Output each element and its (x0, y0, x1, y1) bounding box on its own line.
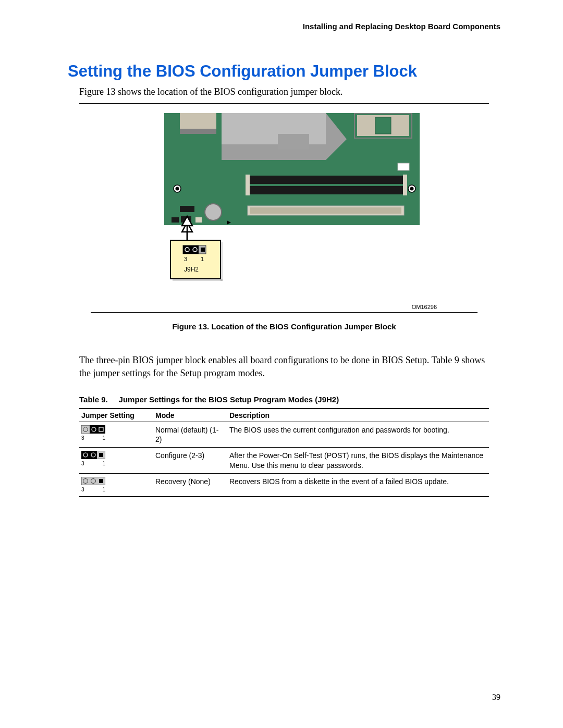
jumper-icon-recovery (81, 477, 105, 485)
svg-point-34 (193, 248, 197, 252)
mode-recovery: Recovery (None) (153, 473, 227, 497)
svg-rect-15 (248, 176, 404, 184)
svg-rect-35 (201, 248, 205, 252)
body-paragraph: The three-pin BIOS jumper block enables … (79, 354, 489, 379)
col-header-jumper: Jumper Setting (79, 409, 153, 422)
jumper-icon-normal (81, 425, 105, 434)
svg-rect-36 (173, 279, 223, 281)
svg-point-26 (410, 187, 414, 191)
svg-point-6 (205, 204, 222, 220)
svg-point-41 (92, 427, 96, 431)
callout-pin-left: 3 (184, 256, 187, 262)
jumper-icon-configure (81, 451, 105, 459)
figure-bottom-rule (91, 312, 478, 313)
svg-rect-27 (180, 206, 194, 212)
svg-point-33 (185, 248, 189, 252)
desc-configure: After the Power-On Self-Test (POST) runs… (227, 448, 489, 473)
table-row: 31 Configure (2-3) After the Power-On Se… (79, 448, 489, 473)
svg-rect-51 (99, 479, 103, 483)
svg-point-45 (83, 453, 88, 457)
table-caption-prefix: Table 9. (79, 395, 108, 404)
page-number: 39 (492, 693, 500, 702)
callout-jumper-id: J9H2 (184, 266, 199, 273)
svg-rect-37 (221, 242, 223, 281)
svg-rect-14 (375, 117, 391, 134)
mode-normal: Normal (default) (1-2) (153, 422, 227, 447)
jumper-settings-table: Jumper Setting Mode Description 31 No (79, 408, 489, 497)
svg-rect-9 (222, 144, 326, 160)
table-caption-title: Jumper Settings for the BIOS Setup Progr… (119, 395, 339, 404)
table-row: 31 Recovery (None) Recovers BIOS from a … (79, 473, 489, 497)
mode-configure: Configure (2-3) (153, 448, 227, 473)
svg-rect-5 (195, 217, 202, 223)
svg-rect-16 (248, 186, 404, 194)
svg-point-24 (176, 187, 179, 191)
svg-point-39 (83, 427, 88, 431)
jumper-setting-recovery: 31 (79, 473, 153, 497)
jumper-setting-configure: 31 (79, 448, 153, 473)
svg-rect-19 (403, 185, 407, 195)
table-row: 31 Normal (default) (1-2) The BIOS uses … (79, 422, 489, 447)
col-header-desc: Description (227, 409, 489, 422)
svg-point-50 (91, 478, 96, 483)
svg-rect-22 (250, 207, 401, 214)
svg-rect-2 (180, 129, 216, 134)
svg-rect-11 (278, 134, 309, 150)
figure-om-number: OM16296 (79, 304, 437, 310)
svg-rect-20 (398, 163, 409, 170)
table-caption: Table 9. Jumper Settings for the BIOS Se… (79, 395, 489, 404)
svg-rect-1 (180, 113, 216, 129)
desc-recovery: Recovers BIOS from a diskette in the eve… (227, 473, 489, 497)
svg-rect-17 (246, 175, 250, 195)
section-heading: Setting the BIOS Configuration Jumper Bl… (68, 62, 500, 81)
running-head: Installing and Replacing Desktop Board C… (68, 22, 500, 31)
svg-point-46 (91, 453, 95, 457)
figure-13: 3 1 J9H2 OM16296 Figure 13. Location of … (79, 113, 489, 331)
col-header-mode: Mode (153, 409, 227, 422)
svg-rect-42 (99, 427, 103, 431)
callout-pin-right: 1 (201, 256, 204, 262)
svg-point-49 (83, 478, 88, 483)
svg-rect-3 (172, 217, 179, 223)
svg-rect-18 (403, 175, 407, 185)
jumper-setting-normal: 31 (79, 422, 153, 447)
figure-caption: Figure 13. Location of the BIOS Configur… (79, 322, 489, 331)
desc-normal: The BIOS uses the current configuration … (227, 422, 489, 447)
figure-top-rule (79, 103, 489, 104)
intro-paragraph: Figure 13 shows the location of the BIOS… (79, 86, 489, 98)
table-header-row: Jumper Setting Mode Description (79, 409, 489, 422)
motherboard-diagram-icon: 3 1 J9H2 (149, 113, 420, 301)
svg-rect-47 (99, 453, 103, 457)
